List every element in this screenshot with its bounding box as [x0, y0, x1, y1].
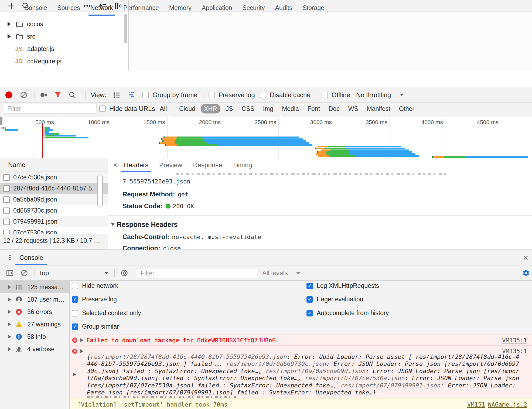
hide-network-setting[interactable]: Hide network [72, 282, 118, 289]
filter-type-img[interactable]: Img [260, 104, 277, 113]
console-error-message[interactable]: Failed to download package for 6dkeWRTOB… [70, 335, 532, 346]
tab-storage[interactable]: Storage [297, 0, 329, 16]
source-location-link[interactable]: VM135:1 [502, 337, 527, 344]
log-xhr-setting[interactable]: Log XMLHttpRequests [306, 282, 379, 289]
checkbox-unchecked[interactable] [209, 92, 215, 98]
response-headers-section[interactable]: Response Headers [111, 221, 178, 229]
table-row[interactable]: 07ce7530a.json [0, 227, 108, 234]
sidebar-item-errors[interactable]: 36 errors [0, 306, 69, 318]
filter-type-font[interactable]: Font [304, 104, 323, 113]
group-by-frame-checkbox[interactable]: Group by frame [142, 91, 197, 99]
sidebar-item-info[interactable]: 58 info [0, 330, 69, 343]
folder-caret-icon[interactable] [8, 22, 11, 26]
filter-type-media[interactable]: Media [279, 104, 302, 113]
tab-sources[interactable]: Sources [52, 0, 85, 16]
expand-caret-icon[interactable] [80, 349, 83, 353]
row-checkbox[interactable] [3, 219, 10, 225]
checkbox-checked[interactable] [306, 283, 313, 289]
filter-type-all[interactable]: All [160, 105, 167, 113]
tab-application[interactable]: Application [197, 0, 237, 16]
clear-console-icon[interactable] [21, 269, 28, 277]
record-button[interactable] [5, 91, 12, 98]
source-location-link[interactable]: VM151 [467, 401, 485, 408]
close-drawer-icon[interactable]: × [523, 252, 528, 263]
log-level-select[interactable]: All levels [262, 269, 288, 277]
timeline-canvas[interactable]: 500 ms1000 ms1500 ms2000 ms2500 ms3000 m… [0, 117, 532, 158]
row-checkbox[interactable] [3, 185, 10, 192]
selected-context-setting[interactable]: Selected context only [72, 309, 141, 317]
request-list-scrollbar[interactable] [97, 175, 103, 207]
network-filter-input[interactable] [4, 104, 97, 114]
eager-evaluation-setting[interactable]: Eager evaluation [306, 296, 363, 303]
chevron-right-icon[interactable] [8, 335, 11, 339]
chevron-right-icon[interactable] [8, 347, 11, 351]
close-icon[interactable]: × [113, 161, 117, 169]
tab-performance[interactable]: Performance [118, 0, 164, 16]
checkbox-checked[interactable] [306, 310, 313, 316]
chevron-down-icon[interactable] [111, 223, 115, 226]
add-tab-icon[interactable] [7, 2, 15, 10]
console-error-message[interactable]: VM135:1 {res/import/28/2874f8dd-416c-444… [70, 346, 532, 395]
pane-divider[interactable] [128, 0, 129, 71]
table-row-selected[interactable]: 2874f8dd-416c-4440-81b7-5. [0, 183, 108, 194]
table-row[interactable]: 079499991.json [0, 216, 108, 227]
chevron-down-icon[interactable] [105, 272, 108, 274]
console-violation-message[interactable]: [Violation] 'setTimeout' handler took 70… [70, 398, 532, 409]
row-checkbox[interactable] [3, 196, 10, 203]
checkbox-unchecked[interactable] [322, 92, 328, 98]
checkbox-checked[interactable] [72, 323, 78, 330]
tab-preview[interactable]: Preview [154, 158, 187, 172]
tab-console-drawer[interactable]: Console [15, 250, 47, 265]
checkbox-unchecked[interactable] [142, 92, 149, 98]
row-checkbox[interactable] [3, 207, 10, 214]
tab-headers[interactable]: Headers [118, 158, 154, 172]
console-filter-input[interactable] [137, 268, 257, 278]
clear-icon[interactable] [20, 91, 28, 99]
filter-type-xhr[interactable]: XHR [201, 104, 220, 113]
tab-response[interactable]: Response [187, 158, 227, 172]
tree-item-cocos[interactable]: cocos [0, 18, 128, 30]
search-network-icon[interactable] [69, 91, 76, 99]
chevron-right-icon[interactable] [8, 285, 11, 289]
chevron-right-icon[interactable] [8, 322, 11, 326]
console-settings-gear-icon[interactable] [522, 269, 530, 277]
navigator-scrollbar[interactable] [124, 14, 127, 43]
error-object-preview[interactable]: {res/import/28/2874f8dd-416c-4440-81b7-5… [87, 353, 522, 396]
tab-security[interactable]: Security [237, 0, 270, 16]
filter-funnel-icon[interactable] [54, 91, 62, 99]
tab-audits[interactable]: Audits [270, 0, 297, 16]
view-waterfall-icon[interactable] [128, 91, 135, 99]
sidebar-item-warnings[interactable]: 27 warnings [0, 318, 69, 330]
checkbox-checked[interactable] [72, 296, 78, 303]
source-location-link[interactable]: WAGame.js:2 [488, 401, 527, 408]
view-list-icon[interactable] [113, 91, 120, 99]
table-row[interactable]: 0d669730c.json [0, 205, 108, 216]
row-checkbox[interactable] [3, 230, 10, 234]
filter-type-doc[interactable]: Doc [325, 104, 343, 113]
sidebar-item-verbose[interactable]: 4 verbose [0, 343, 69, 355]
timeline-scroll-handle[interactable] [0, 117, 2, 125]
hide-data-urls-checkbox[interactable]: Hide data URLs [99, 105, 155, 113]
eye-icon[interactable] [120, 269, 128, 277]
preserve-log-checkbox[interactable]: Preserve log [209, 91, 255, 99]
tab-timing[interactable]: Timing [228, 158, 258, 172]
folder-caret-icon[interactable] [8, 34, 11, 39]
expand-caret-icon[interactable] [80, 338, 83, 342]
tab-network[interactable]: Network [85, 0, 118, 16]
request-list-header[interactable]: Name [0, 158, 108, 172]
filter-type-js[interactable]: JS [223, 104, 236, 113]
tree-item-src[interactable]: src [0, 30, 128, 43]
group-similar-setting[interactable]: Group similar [72, 323, 119, 330]
sidebar-item-all-messages[interactable]: 125 messa… [0, 281, 69, 293]
expand-object-caret-icon[interactable] [73, 373, 76, 376]
throttling-select[interactable]: No throttling [356, 91, 391, 99]
checkbox-unchecked[interactable] [260, 92, 266, 98]
filter-type-other[interactable]: Other [396, 104, 418, 113]
chevron-right-icon[interactable] [8, 310, 11, 314]
chevron-right-icon[interactable] [8, 298, 11, 301]
filter-type-ws[interactable]: WS [345, 104, 362, 113]
checkbox-unchecked[interactable] [72, 310, 78, 316]
offline-checkbox[interactable]: Offline [322, 91, 350, 99]
row-checkbox[interactable] [3, 174, 10, 181]
sidebar-item-user-messages[interactable]: 107 user m… [0, 293, 69, 306]
